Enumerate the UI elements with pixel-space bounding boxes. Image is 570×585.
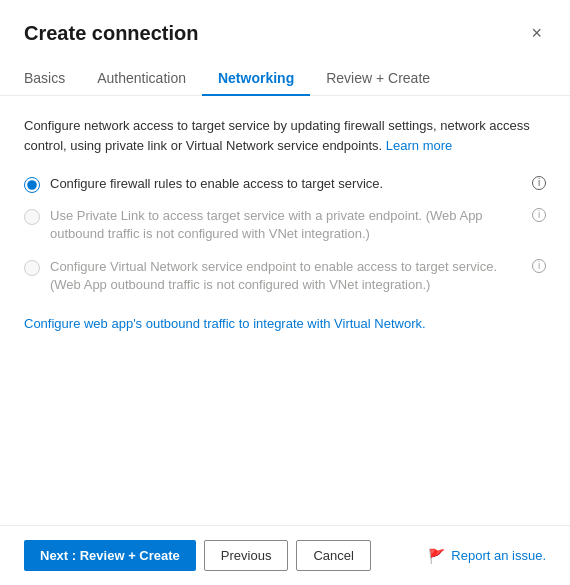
tab-basics[interactable]: Basics — [24, 62, 81, 96]
tab-networking[interactable]: Networking — [202, 62, 310, 96]
create-connection-dialog: Create connection × Basics Authenticatio… — [0, 0, 570, 585]
report-label: Report an issue. — [451, 548, 546, 563]
next-button[interactable]: Next : Review + Create — [24, 540, 196, 571]
vnet-link-section: Configure web app's outbound traffic to … — [24, 314, 546, 332]
radio-item-private-link: Use Private Link to access target servic… — [24, 207, 546, 243]
private-link-label-text: Use Private Link to access target servic… — [50, 207, 526, 243]
vnet-label: Configure Virtual Network service endpoi… — [50, 258, 546, 294]
tab-bar: Basics Authentication Networking Review … — [0, 46, 570, 96]
tab-review-create[interactable]: Review + Create — [310, 62, 446, 96]
report-icon: 🚩 — [428, 548, 445, 564]
vnet-info-icon[interactable]: i — [532, 259, 546, 273]
vnet-radio[interactable] — [24, 260, 40, 276]
previous-button[interactable]: Previous — [204, 540, 289, 571]
dialog-header: Create connection × — [0, 0, 570, 46]
close-button[interactable]: × — [527, 20, 546, 46]
dialog-title: Create connection — [24, 22, 198, 45]
vnet-configure-link[interactable]: Configure web app's outbound traffic to … — [24, 316, 426, 331]
radio-item-vnet: Configure Virtual Network service endpoi… — [24, 258, 546, 294]
firewall-radio[interactable] — [24, 177, 40, 193]
private-link-radio[interactable] — [24, 209, 40, 225]
private-link-info-icon[interactable]: i — [532, 208, 546, 222]
firewall-info-icon[interactable]: i — [532, 176, 546, 190]
network-options-group: Configure firewall rules to enable acces… — [24, 175, 546, 294]
dialog-footer: Next : Review + Create Previous Cancel 🚩… — [0, 525, 570, 585]
firewall-label: Configure firewall rules to enable acces… — [50, 175, 546, 193]
description-text: Configure network access to target servi… — [24, 116, 546, 155]
firewall-label-text: Configure firewall rules to enable acces… — [50, 175, 526, 193]
main-content: Configure network access to target servi… — [0, 96, 570, 525]
cancel-button[interactable]: Cancel — [296, 540, 370, 571]
tab-authentication[interactable]: Authentication — [81, 62, 202, 96]
vnet-label-text: Configure Virtual Network service endpoi… — [50, 258, 526, 294]
private-link-label: Use Private Link to access target servic… — [50, 207, 546, 243]
radio-item-firewall: Configure firewall rules to enable acces… — [24, 175, 546, 193]
learn-more-link[interactable]: Learn more — [386, 138, 452, 153]
report-issue-link[interactable]: 🚩 Report an issue. — [428, 548, 546, 564]
